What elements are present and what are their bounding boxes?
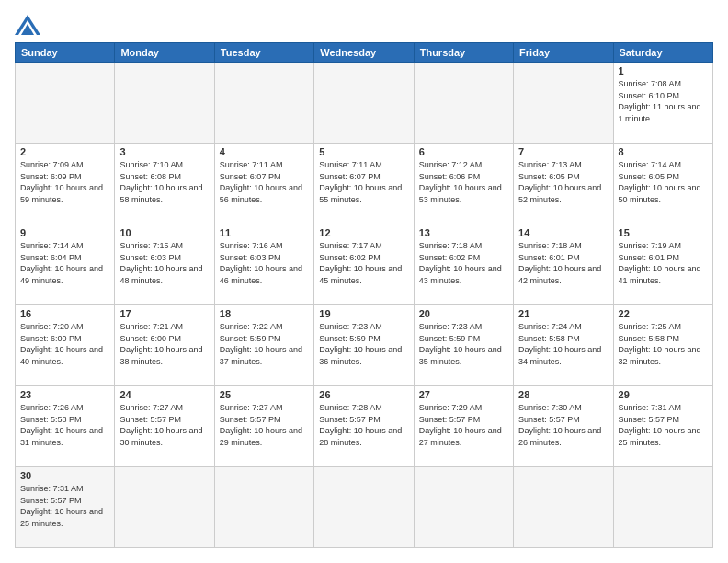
day-info: Sunrise: 7:31 AMSunset: 5:57 PMDaylight:…	[20, 483, 109, 529]
day-number: 15	[619, 227, 708, 238]
day-cell-4: 4Sunrise: 7:11 AMSunset: 6:07 PMDaylight…	[214, 144, 313, 224]
day-cell-21: 21Sunrise: 7:24 AMSunset: 5:58 PMDayligh…	[514, 305, 613, 386]
day-cell-19: 19Sunrise: 7:23 AMSunset: 5:59 PMDayligh…	[314, 305, 414, 386]
day-number: 23	[20, 389, 109, 400]
day-cell-empty	[514, 467, 613, 548]
day-info: Sunrise: 7:08 AMSunset: 6:10 PMDaylight:…	[619, 78, 708, 124]
week-row-4: 23Sunrise: 7:26 AMSunset: 5:58 PMDayligh…	[16, 386, 713, 467]
day-info: Sunrise: 7:26 AMSunset: 5:58 PMDaylight:…	[20, 402, 109, 448]
day-info: Sunrise: 7:21 AMSunset: 6:00 PMDaylight:…	[119, 321, 209, 367]
week-row-0: 1Sunrise: 7:08 AMSunset: 6:10 PMDaylight…	[16, 63, 713, 144]
day-number: 13	[419, 227, 508, 238]
day-info: Sunrise: 7:22 AMSunset: 5:59 PMDaylight:…	[220, 321, 309, 367]
day-number: 12	[319, 227, 408, 238]
day-cell-26: 26Sunrise: 7:28 AMSunset: 5:57 PMDayligh…	[314, 386, 414, 467]
day-cell-17: 17Sunrise: 7:21 AMSunset: 6:00 PMDayligh…	[115, 305, 214, 386]
day-number: 24	[119, 389, 209, 400]
day-cell-18: 18Sunrise: 7:22 AMSunset: 5:59 PMDayligh…	[214, 305, 313, 386]
day-cell-22: 22Sunrise: 7:25 AMSunset: 5:58 PMDayligh…	[613, 305, 712, 386]
day-info: Sunrise: 7:10 AMSunset: 6:08 PMDaylight:…	[119, 159, 209, 205]
day-number: 4	[220, 146, 309, 157]
day-number: 28	[518, 389, 608, 400]
day-cell-10: 10Sunrise: 7:15 AMSunset: 6:03 PMDayligh…	[115, 224, 214, 305]
calendar-table: SundayMondayTuesdayWednesdayThursdayFrid…	[15, 42, 713, 548]
day-number: 25	[220, 389, 309, 400]
logo	[15, 15, 44, 35]
day-cell-1: 1Sunrise: 7:08 AMSunset: 6:10 PMDaylight…	[613, 63, 712, 144]
day-info: Sunrise: 7:16 AMSunset: 6:03 PMDaylight:…	[220, 240, 309, 286]
day-info: Sunrise: 7:20 AMSunset: 6:00 PMDaylight:…	[20, 321, 109, 367]
day-number: 18	[220, 308, 309, 319]
weekday-header-tuesday: Tuesday	[214, 43, 313, 63]
day-number: 29	[619, 389, 708, 400]
day-cell-24: 24Sunrise: 7:27 AMSunset: 5:57 PMDayligh…	[115, 386, 214, 467]
day-cell-6: 6Sunrise: 7:12 AMSunset: 6:06 PMDaylight…	[414, 144, 513, 224]
day-number: 1	[619, 65, 708, 76]
day-cell-20: 20Sunrise: 7:23 AMSunset: 5:59 PMDayligh…	[414, 305, 513, 386]
weekday-header-saturday: Saturday	[613, 43, 712, 63]
day-cell-25: 25Sunrise: 7:27 AMSunset: 5:57 PMDayligh…	[214, 386, 313, 467]
day-number: 9	[20, 227, 109, 238]
day-number: 10	[119, 227, 209, 238]
day-info: Sunrise: 7:23 AMSunset: 5:59 PMDaylight:…	[319, 321, 408, 367]
week-row-2: 9Sunrise: 7:14 AMSunset: 6:04 PMDaylight…	[16, 224, 713, 305]
week-row-1: 2Sunrise: 7:09 AMSunset: 6:09 PMDaylight…	[16, 144, 713, 224]
day-info: Sunrise: 7:27 AMSunset: 5:57 PMDaylight:…	[119, 402, 209, 448]
day-cell-13: 13Sunrise: 7:18 AMSunset: 6:02 PMDayligh…	[414, 224, 513, 305]
day-number: 6	[419, 146, 508, 157]
day-number: 27	[419, 389, 508, 400]
day-number: 14	[518, 227, 608, 238]
day-cell-12: 12Sunrise: 7:17 AMSunset: 6:02 PMDayligh…	[314, 224, 414, 305]
day-cell-empty	[414, 63, 513, 144]
week-row-3: 16Sunrise: 7:20 AMSunset: 6:00 PMDayligh…	[16, 305, 713, 386]
day-cell-16: 16Sunrise: 7:20 AMSunset: 6:00 PMDayligh…	[16, 305, 115, 386]
day-info: Sunrise: 7:09 AMSunset: 6:09 PMDaylight:…	[20, 159, 109, 205]
day-cell-empty	[314, 467, 414, 548]
logo-icon	[15, 15, 40, 35]
day-number: 16	[20, 308, 109, 319]
day-cell-empty	[115, 467, 214, 548]
day-number: 7	[518, 146, 608, 157]
day-info: Sunrise: 7:18 AMSunset: 6:02 PMDaylight:…	[419, 240, 508, 286]
day-number: 19	[319, 308, 408, 319]
week-row-5: 30Sunrise: 7:31 AMSunset: 5:57 PMDayligh…	[16, 467, 713, 548]
weekday-header-monday: Monday	[115, 43, 214, 63]
day-number: 22	[619, 308, 708, 319]
day-cell-empty	[214, 467, 313, 548]
day-cell-28: 28Sunrise: 7:30 AMSunset: 5:57 PMDayligh…	[514, 386, 613, 467]
day-cell-empty	[414, 467, 513, 548]
day-cell-23: 23Sunrise: 7:26 AMSunset: 5:58 PMDayligh…	[16, 386, 115, 467]
day-info: Sunrise: 7:28 AMSunset: 5:57 PMDaylight:…	[319, 402, 408, 448]
day-number: 5	[319, 146, 408, 157]
day-cell-30: 30Sunrise: 7:31 AMSunset: 5:57 PMDayligh…	[16, 467, 115, 548]
day-cell-7: 7Sunrise: 7:13 AMSunset: 6:05 PMDaylight…	[514, 144, 613, 224]
day-number: 26	[319, 389, 408, 400]
day-cell-empty	[214, 63, 313, 144]
day-info: Sunrise: 7:14 AMSunset: 6:04 PMDaylight:…	[20, 240, 109, 286]
day-number: 21	[518, 308, 608, 319]
page: SundayMondayTuesdayWednesdayThursdayFrid…	[0, 0, 728, 563]
day-info: Sunrise: 7:19 AMSunset: 6:01 PMDaylight:…	[619, 240, 708, 286]
header	[15, 15, 713, 35]
day-info: Sunrise: 7:14 AMSunset: 6:05 PMDaylight:…	[619, 159, 708, 205]
day-info: Sunrise: 7:31 AMSunset: 5:57 PMDaylight:…	[619, 402, 708, 448]
day-info: Sunrise: 7:24 AMSunset: 5:58 PMDaylight:…	[518, 321, 608, 367]
day-cell-29: 29Sunrise: 7:31 AMSunset: 5:57 PMDayligh…	[613, 386, 712, 467]
day-info: Sunrise: 7:27 AMSunset: 5:57 PMDaylight:…	[220, 402, 309, 448]
calendar-header-row: SundayMondayTuesdayWednesdayThursdayFrid…	[16, 43, 713, 63]
day-number: 30	[20, 470, 109, 481]
day-info: Sunrise: 7:12 AMSunset: 6:06 PMDaylight:…	[419, 159, 508, 205]
day-info: Sunrise: 7:25 AMSunset: 5:58 PMDaylight:…	[619, 321, 708, 367]
day-cell-14: 14Sunrise: 7:18 AMSunset: 6:01 PMDayligh…	[514, 224, 613, 305]
day-cell-8: 8Sunrise: 7:14 AMSunset: 6:05 PMDaylight…	[613, 144, 712, 224]
day-cell-empty	[613, 467, 712, 548]
day-number: 2	[20, 146, 109, 157]
day-cell-2: 2Sunrise: 7:09 AMSunset: 6:09 PMDaylight…	[16, 144, 115, 224]
day-cell-3: 3Sunrise: 7:10 AMSunset: 6:08 PMDaylight…	[115, 144, 214, 224]
day-cell-5: 5Sunrise: 7:11 AMSunset: 6:07 PMDaylight…	[314, 144, 414, 224]
day-number: 8	[619, 146, 708, 157]
day-info: Sunrise: 7:23 AMSunset: 5:59 PMDaylight:…	[419, 321, 508, 367]
day-number: 11	[220, 227, 309, 238]
weekday-header-thursday: Thursday	[414, 43, 513, 63]
day-number: 20	[419, 308, 508, 319]
